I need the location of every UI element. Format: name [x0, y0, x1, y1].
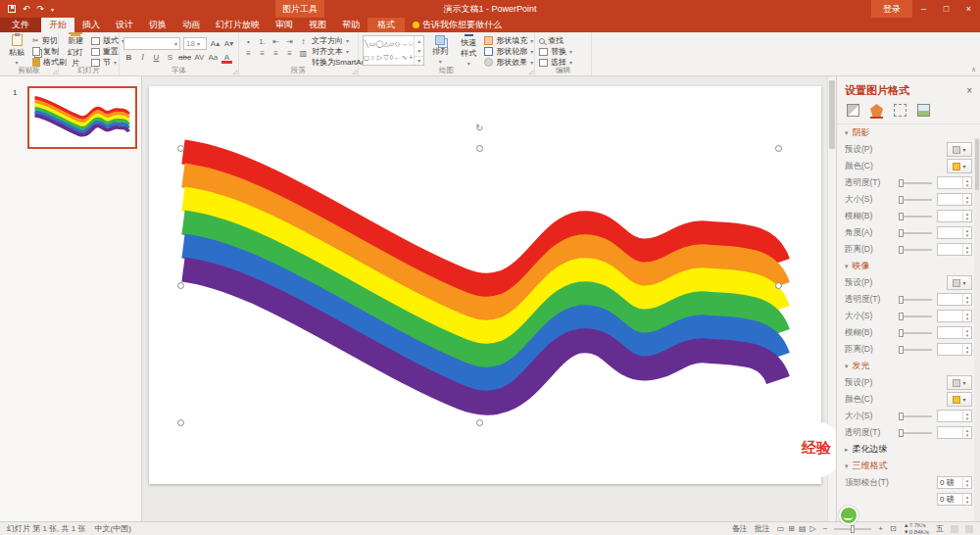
shape-cell-4[interactable]: ▱ — [389, 40, 394, 47]
slider-thumb[interactable] — [899, 246, 904, 254]
underline-button[interactable]: U — [151, 53, 162, 62]
pane-scrollbar-thumb[interactable] — [975, 139, 979, 190]
spin-down-icon[interactable]: ▾ — [966, 217, 969, 221]
value-input[interactable]: ▴▾ — [937, 243, 972, 256]
view-button-3[interactable]: ▷ — [809, 524, 815, 533]
spin-down-icon[interactable]: ▾ — [966, 333, 969, 338]
slider-track[interactable] — [899, 432, 932, 434]
shape-cell-1[interactable]: ▭ — [369, 40, 376, 47]
spin-down-icon[interactable]: ▾ — [966, 483, 969, 488]
resize-handle-top-center[interactable] — [476, 145, 483, 152]
slider-track[interactable] — [899, 182, 932, 184]
spin-down-icon[interactable]: ▾ — [966, 350, 969, 355]
tab-8[interactable]: 帮助 — [334, 18, 368, 32]
spin-down-icon[interactable]: ▾ — [966, 250, 969, 255]
close-button[interactable]: × — [957, 0, 980, 18]
format-section-header-2[interactable]: ▾发光 — [837, 358, 980, 374]
resize-handle-bottom-center[interactable] — [476, 419, 483, 426]
preset-dropdown-button[interactable]: ▾ — [947, 142, 972, 157]
spin-down-icon[interactable]: ▾ — [966, 183, 969, 188]
find-button[interactable]: 查找 — [539, 35, 572, 46]
spinner[interactable]: ▴▾ — [962, 244, 971, 255]
shape-fill-button[interactable]: 形状填充▾ — [484, 35, 533, 46]
view-button-0[interactable]: ▭ — [777, 524, 785, 533]
paragraph-icon[interactable]: ≡ — [243, 49, 254, 58]
slider-track[interactable] — [899, 415, 932, 417]
slider-thumb[interactable] — [899, 346, 904, 354]
spinner[interactable]: ▴▾ — [962, 411, 971, 421]
clipboard-dialog-launcher-icon[interactable]: ◿ — [52, 69, 57, 74]
tab-4[interactable]: 动画 — [174, 18, 208, 32]
text-shadow-button[interactable]: S — [165, 53, 175, 62]
font-dialog-launcher-icon[interactable]: ◿ — [232, 69, 237, 74]
language-status[interactable]: 中文(中国) — [94, 523, 130, 534]
value-input[interactable]: ▴▾ — [937, 193, 972, 206]
spinner[interactable]: ▴▾ — [962, 311, 971, 321]
preset-dropdown-button[interactable]: ▾ — [947, 375, 972, 390]
resize-handle-middle-right[interactable] — [775, 282, 782, 289]
shape-cell-14[interactable]: ∿ — [402, 54, 408, 61]
shape-cell-5[interactable]: ◇ — [395, 40, 400, 47]
slider-thumb[interactable] — [899, 429, 904, 437]
spinner[interactable]: ▴▾ — [962, 294, 971, 305]
tray-icon[interactable] — [965, 525, 973, 533]
slider-track[interactable] — [899, 316, 932, 317]
sign-in-button[interactable]: 登录 — [871, 0, 912, 18]
effects-tab[interactable] — [870, 104, 883, 119]
save-icon[interactable] — [8, 5, 16, 13]
shape-cell-11[interactable]: ▽ — [383, 54, 388, 61]
shape-cell-15[interactable]: + — [409, 54, 413, 61]
slider-track[interactable] — [899, 249, 932, 251]
size-properties-tab[interactable] — [894, 104, 906, 119]
spinner[interactable]: ▴▾ — [962, 227, 971, 238]
value-input[interactable]: 0 磅▴▾ — [937, 493, 972, 506]
qat-customize-icon[interactable]: ▾ — [51, 6, 54, 13]
paragraph-icon[interactable]: ↕ — [298, 37, 309, 46]
paste-button[interactable]: 粘贴 ▾ — [4, 34, 29, 66]
paragraph-icon[interactable]: • — [243, 37, 254, 46]
slider-track[interactable] — [899, 199, 932, 201]
quick-styles-button[interactable]: 快速样式 ▾ — [456, 34, 481, 66]
spinner[interactable]: ▴▾ — [962, 477, 971, 488]
change-case-button[interactable]: Aa — [208, 53, 219, 62]
spinner[interactable]: ▴▾ — [962, 494, 971, 505]
drawing-dialog-launcher-icon[interactable]: ◿ — [528, 69, 533, 74]
slider-track[interactable] — [899, 216, 932, 218]
slider-track[interactable] — [899, 299, 932, 301]
slider-thumb[interactable] — [899, 213, 904, 220]
shape-cell-6[interactable]: → — [401, 40, 408, 47]
resize-handle-top-right[interactable] — [775, 145, 782, 152]
shrink-font-button[interactable]: A▾ — [223, 39, 234, 48]
canvas-scrollbar-thumb[interactable] — [829, 80, 835, 149]
rotation-handle[interactable]: ↻ — [475, 123, 483, 133]
redo-button[interactable]: ↷ — [37, 0, 45, 18]
pane-scrollbar[interactable] — [974, 137, 980, 521]
spinner[interactable]: ▴▾ — [962, 177, 971, 188]
tab-2[interactable]: 设计 — [108, 18, 141, 32]
value-input[interactable]: 0 磅▴▾ — [937, 476, 972, 489]
slider-track[interactable] — [899, 332, 932, 334]
spinner[interactable]: ▴▾ — [962, 427, 971, 438]
resize-handle-top-left[interactable] — [177, 145, 184, 152]
value-input[interactable]: ▴▾ — [937, 176, 972, 189]
shape-cell-2[interactable]: ◯ — [375, 40, 383, 47]
color-picker-button[interactable]: ▾ — [947, 159, 972, 173]
paragraph-icon[interactable]: ≡ — [284, 49, 295, 58]
gallery-down-icon[interactable]: ▾ — [417, 47, 420, 54]
shape-outline-button[interactable]: 形状轮廓▾ — [484, 46, 533, 57]
tell-me-box[interactable]: 告诉我你想要做什么 — [405, 18, 510, 32]
resize-handle-bottom-left[interactable] — [177, 419, 184, 426]
spin-down-icon[interactable]: ▾ — [966, 233, 969, 238]
spin-down-icon[interactable]: ▾ — [966, 416, 969, 421]
spin-down-icon[interactable]: ▾ — [966, 500, 969, 505]
slider-track[interactable] — [899, 232, 932, 234]
pane-close-icon[interactable]: × — [966, 85, 972, 96]
paragraph-icon[interactable]: ▥ — [298, 49, 309, 58]
tab-5[interactable]: 幻灯片放映 — [208, 18, 268, 32]
shape-cell-10[interactable]: ▷ — [377, 54, 382, 61]
slider-thumb[interactable] — [899, 296, 904, 304]
tab-file[interactable]: 文件 — [0, 18, 41, 32]
spinner[interactable]: ▴▾ — [962, 194, 971, 205]
replace-button[interactable]: 替换▾ — [539, 46, 572, 57]
grow-font-button[interactable]: A▴ — [210, 39, 220, 48]
